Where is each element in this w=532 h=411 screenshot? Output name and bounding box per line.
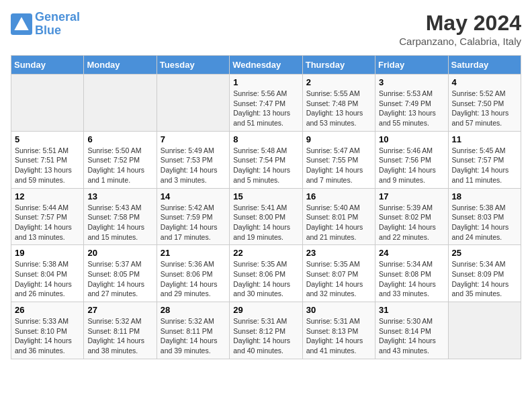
calendar-table: SundayMondayTuesdayWednesdayThursdayFrid… — [11, 55, 521, 359]
day-number: 11 — [452, 134, 517, 144]
day-info: Sunrise: 5:53 AMSunset: 7:49 PMDaylight:… — [379, 89, 444, 128]
day-info: Sunrise: 5:49 AMSunset: 7:53 PMDaylight:… — [161, 146, 226, 185]
day-info: Sunrise: 5:40 AMSunset: 8:01 PMDaylight:… — [306, 203, 371, 242]
day-info: Sunrise: 5:55 AMSunset: 7:48 PMDaylight:… — [306, 89, 371, 128]
calendar-cell: 20Sunrise: 5:37 AMSunset: 8:05 PMDayligh… — [84, 245, 157, 302]
day-number: 8 — [233, 134, 298, 144]
day-of-week-header: Monday — [84, 56, 157, 75]
calendar-cell — [11, 75, 84, 132]
day-info: Sunrise: 5:30 AMSunset: 8:14 PMDaylight:… — [379, 316, 444, 356]
day-of-week-header: Sunday — [11, 56, 84, 75]
calendar-header-row: SundayMondayTuesdayWednesdayThursdayFrid… — [11, 56, 521, 75]
day-info: Sunrise: 5:37 AMSunset: 8:05 PMDaylight:… — [87, 259, 152, 299]
logo-line2: Blue — [35, 24, 61, 37]
day-number: 28 — [161, 305, 226, 315]
location: Carpanzano, Calabria, Italy — [399, 36, 521, 47]
day-number: 29 — [233, 305, 298, 315]
calendar-week-row: 1Sunrise: 5:56 AMSunset: 7:47 PMDaylight… — [11, 75, 521, 132]
day-info: Sunrise: 5:35 AMSunset: 8:07 PMDaylight:… — [306, 259, 371, 299]
day-info: Sunrise: 5:32 AMSunset: 8:11 PMDaylight:… — [87, 316, 152, 356]
day-number: 12 — [15, 191, 80, 201]
day-info: Sunrise: 5:31 AMSunset: 8:12 PMDaylight:… — [233, 316, 298, 356]
title-area: May 2024 Carpanzano, Calabria, Italy — [399, 11, 521, 47]
day-info: Sunrise: 5:33 AMSunset: 8:10 PMDaylight:… — [15, 316, 80, 356]
calendar-cell: 29Sunrise: 5:31 AMSunset: 8:12 PMDayligh… — [230, 302, 302, 359]
day-info: Sunrise: 5:56 AMSunset: 7:47 PMDaylight:… — [233, 89, 298, 128]
calendar-cell: 28Sunrise: 5:32 AMSunset: 8:11 PMDayligh… — [157, 302, 229, 359]
day-number: 6 — [87, 134, 152, 144]
day-info: Sunrise: 5:32 AMSunset: 8:11 PMDaylight:… — [161, 316, 226, 356]
logo-text: General Blue — [35, 11, 80, 38]
day-number: 17 — [379, 191, 444, 201]
day-info: Sunrise: 5:42 AMSunset: 7:59 PMDaylight:… — [161, 203, 226, 242]
day-number: 27 — [87, 305, 152, 315]
calendar-cell: 18Sunrise: 5:38 AMSunset: 8:03 PMDayligh… — [448, 188, 521, 245]
calendar-cell: 19Sunrise: 5:38 AMSunset: 8:04 PMDayligh… — [11, 245, 84, 302]
day-info: Sunrise: 5:38 AMSunset: 8:03 PMDaylight:… — [452, 203, 517, 242]
logo-icon — [11, 13, 32, 35]
calendar-cell — [84, 75, 157, 132]
calendar-week-row: 12Sunrise: 5:44 AMSunset: 7:57 PMDayligh… — [11, 188, 521, 245]
day-number: 14 — [161, 191, 226, 201]
day-info: Sunrise: 5:34 AMSunset: 8:09 PMDaylight:… — [452, 259, 517, 299]
day-info: Sunrise: 5:34 AMSunset: 8:08 PMDaylight:… — [379, 259, 444, 299]
calendar-cell: 15Sunrise: 5:41 AMSunset: 8:00 PMDayligh… — [230, 188, 302, 245]
day-of-week-header: Thursday — [302, 56, 375, 75]
calendar-cell: 24Sunrise: 5:34 AMSunset: 8:08 PMDayligh… — [375, 245, 448, 302]
calendar-cell — [157, 75, 229, 132]
calendar-cell: 6Sunrise: 5:50 AMSunset: 7:52 PMDaylight… — [84, 131, 157, 188]
day-number: 25 — [452, 248, 517, 258]
day-info: Sunrise: 5:31 AMSunset: 8:13 PMDaylight:… — [306, 316, 371, 356]
calendar-cell: 21Sunrise: 5:36 AMSunset: 8:06 PMDayligh… — [157, 245, 229, 302]
day-number: 20 — [87, 248, 152, 258]
logo: General Blue — [11, 11, 80, 38]
calendar-cell: 11Sunrise: 5:45 AMSunset: 7:57 PMDayligh… — [448, 131, 521, 188]
day-number: 9 — [306, 134, 371, 144]
calendar-cell: 12Sunrise: 5:44 AMSunset: 7:57 PMDayligh… — [11, 188, 84, 245]
calendar-week-row: 26Sunrise: 5:33 AMSunset: 8:10 PMDayligh… — [11, 302, 521, 359]
calendar-cell: 10Sunrise: 5:46 AMSunset: 7:56 PMDayligh… — [375, 131, 448, 188]
day-info: Sunrise: 5:43 AMSunset: 7:58 PMDaylight:… — [87, 203, 152, 242]
day-number: 30 — [306, 305, 371, 315]
calendar-cell: 17Sunrise: 5:39 AMSunset: 8:02 PMDayligh… — [375, 188, 448, 245]
day-number: 22 — [233, 248, 298, 258]
calendar-cell: 4Sunrise: 5:52 AMSunset: 7:50 PMDaylight… — [448, 75, 521, 132]
calendar-cell: 27Sunrise: 5:32 AMSunset: 8:11 PMDayligh… — [84, 302, 157, 359]
day-of-week-header: Tuesday — [157, 56, 229, 75]
calendar-cell: 22Sunrise: 5:35 AMSunset: 8:06 PMDayligh… — [230, 245, 302, 302]
day-info: Sunrise: 5:52 AMSunset: 7:50 PMDaylight:… — [452, 89, 517, 128]
day-number: 15 — [233, 191, 298, 201]
day-number: 3 — [379, 77, 444, 87]
calendar-cell: 2Sunrise: 5:55 AMSunset: 7:48 PMDaylight… — [302, 75, 375, 132]
day-number: 2 — [306, 77, 371, 87]
day-number: 21 — [161, 248, 226, 258]
day-number: 31 — [379, 305, 444, 315]
page-header: General Blue May 2024 Carpanzano, Calabr… — [11, 11, 521, 47]
day-info: Sunrise: 5:35 AMSunset: 8:06 PMDaylight:… — [233, 259, 298, 299]
day-info: Sunrise: 5:41 AMSunset: 8:00 PMDaylight:… — [233, 203, 298, 242]
day-info: Sunrise: 5:51 AMSunset: 7:51 PMDaylight:… — [15, 146, 80, 185]
calendar-cell: 13Sunrise: 5:43 AMSunset: 7:58 PMDayligh… — [84, 188, 157, 245]
calendar-week-row: 5Sunrise: 5:51 AMSunset: 7:51 PMDaylight… — [11, 131, 521, 188]
calendar-cell: 8Sunrise: 5:48 AMSunset: 7:54 PMDaylight… — [230, 131, 302, 188]
day-number: 13 — [87, 191, 152, 201]
calendar-cell: 16Sunrise: 5:40 AMSunset: 8:01 PMDayligh… — [302, 188, 375, 245]
logo-line1: General — [35, 10, 80, 24]
calendar-cell: 26Sunrise: 5:33 AMSunset: 8:10 PMDayligh… — [11, 302, 84, 359]
day-number: 4 — [452, 77, 517, 87]
calendar-cell: 23Sunrise: 5:35 AMSunset: 8:07 PMDayligh… — [302, 245, 375, 302]
day-of-week-header: Wednesday — [230, 56, 302, 75]
day-number: 26 — [15, 305, 80, 315]
day-number: 7 — [161, 134, 226, 144]
day-number: 5 — [15, 134, 80, 144]
day-info: Sunrise: 5:36 AMSunset: 8:06 PMDaylight:… — [161, 259, 226, 299]
calendar-cell: 7Sunrise: 5:49 AMSunset: 7:53 PMDaylight… — [157, 131, 229, 188]
day-number: 19 — [15, 248, 80, 258]
calendar-week-row: 19Sunrise: 5:38 AMSunset: 8:04 PMDayligh… — [11, 245, 521, 302]
day-info: Sunrise: 5:50 AMSunset: 7:52 PMDaylight:… — [87, 146, 152, 185]
day-of-week-header: Saturday — [448, 56, 521, 75]
day-number: 1 — [233, 77, 298, 87]
day-info: Sunrise: 5:46 AMSunset: 7:56 PMDaylight:… — [379, 146, 444, 185]
day-info: Sunrise: 5:45 AMSunset: 7:57 PMDaylight:… — [452, 146, 517, 185]
day-info: Sunrise: 5:48 AMSunset: 7:54 PMDaylight:… — [233, 146, 298, 185]
